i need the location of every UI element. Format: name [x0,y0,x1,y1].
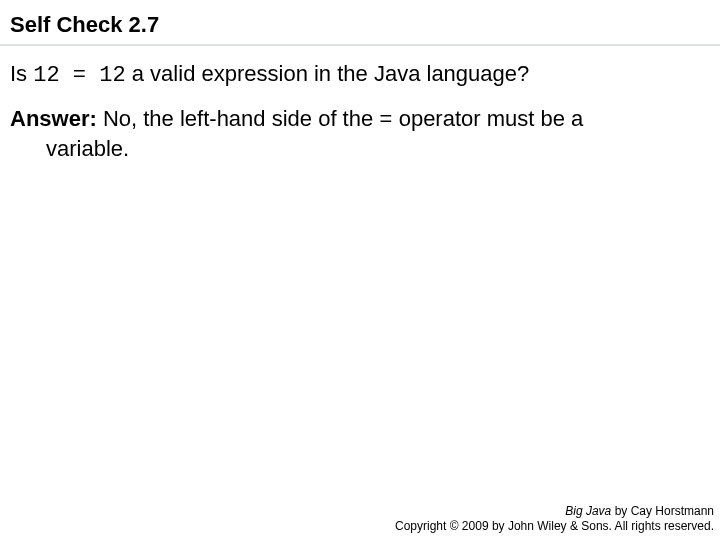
slide-title: Self Check 2.7 [10,12,159,37]
answer-line1-part1: No, the left-hand side of the [97,106,373,131]
question-code: 12 = 12 [33,63,125,88]
question-suffix: a valid expression in the Java language? [126,61,530,86]
footer: Big Java by Cay Horstmann Copyright © 20… [395,504,714,534]
title-bar: Self Check 2.7 [0,0,720,46]
slide-body: Is 12 = 12 a valid expression in the Jav… [0,54,720,164]
answer-block: Answer: No, the left-hand side of the = … [10,105,710,164]
answer-label: Answer: [10,106,97,131]
question-line: Is 12 = 12 a valid expression in the Jav… [10,60,710,91]
footer-copyright: Copyright © 2009 by John Wiley & Sons. A… [395,519,714,534]
slide: Self Check 2.7 Is 12 = 12 a valid expres… [0,0,720,540]
footer-book-title: Big Java [565,504,611,518]
answer-line2: variable. [10,135,710,164]
answer-code: = [379,108,392,133]
footer-line1: Big Java by Cay Horstmann [395,504,714,519]
question-prefix: Is [10,61,33,86]
footer-byline: by Cay Horstmann [611,504,714,518]
answer-line1-part2: operator must be a [399,106,584,131]
